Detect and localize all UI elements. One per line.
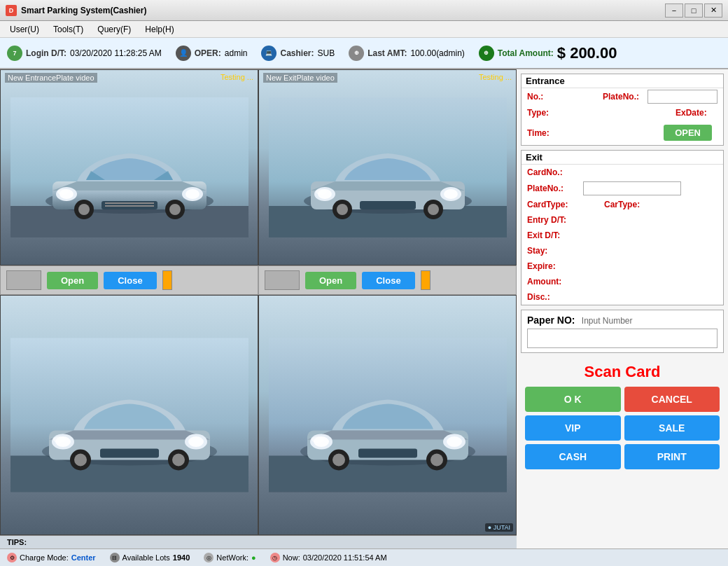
entrance-section: Entrance No.: PlateNo.: Type: ExDate: Ti…: [521, 74, 724, 146]
right-panel: Entrance No.: PlateNo.: Type: ExDate: Ti…: [517, 69, 728, 548]
svg-point-15: [57, 189, 69, 195]
exit-entrydt-row: Entry D/T:: [522, 212, 723, 228]
minimize-button[interactable]: −: [665, 4, 683, 18]
exit-exitdt-label: Exit D/T:: [527, 230, 583, 240]
entrance-time-row: Time: OPEN: [522, 120, 723, 145]
entrance-type-row: Type: ExDate:: [522, 105, 723, 120]
svg-point-56: [430, 454, 443, 467]
exit-amount-row: Amount:: [522, 274, 723, 289]
cashier-icon: 💻: [261, 46, 276, 61]
charge-mode-item: ⚙ Charge Mode: Center: [7, 553, 96, 562]
close-button-entrance[interactable]: Close: [104, 272, 156, 289]
charge-mode-icon: ⚙: [7, 553, 17, 562]
exit-plateno-row: PlateNo.:: [522, 180, 723, 197]
camera-entrance-label: New EntrancePlate video: [5, 73, 97, 83]
camera-exit-status: Testing ...: [479, 73, 512, 81]
now-icon: ◷: [270, 553, 280, 562]
svg-point-29: [316, 189, 327, 195]
exit-amount-label: Amount:: [527, 277, 583, 287]
svg-point-40: [74, 454, 87, 467]
status-bar-bottom: ⚙ Charge Mode: Center ⊟ Available Lots 1…: [0, 548, 728, 566]
camera-entrance-status: Testing ...: [220, 73, 253, 81]
cancel-button[interactable]: CANCEL: [624, 387, 720, 412]
entrance-plateno-group: PlateNo.:: [603, 90, 718, 104]
svg-point-57: [312, 436, 324, 443]
exit-stay-row: Stay:: [522, 243, 723, 258]
cash-button[interactable]: CASH: [525, 444, 621, 469]
camera-feed-bottom-right: ● JUTAI: [258, 295, 517, 535]
title-bar-controls: − □ ✕: [665, 4, 722, 18]
paper-no-content: Paper NO: Input Number: [522, 310, 723, 352]
svg-rect-10: [105, 205, 154, 207]
available-lots-item: ⊟ Available Lots 1940: [110, 553, 190, 562]
oper-status: 👤 OPER: admin: [176, 46, 248, 61]
exit-cardtype-row: CardType: CarType:: [522, 197, 723, 212]
svg-point-43: [53, 436, 66, 443]
svg-rect-38: [100, 449, 159, 458]
open-button-exit[interactable]: Open: [305, 272, 356, 289]
menu-tools[interactable]: Tools(T): [46, 23, 90, 36]
svg-point-54: [332, 454, 345, 467]
entrance-title: Entrance: [522, 74, 723, 88]
svg-rect-52: [358, 449, 417, 458]
exit-expire-row: Expire:: [522, 258, 723, 274]
ok-button[interactable]: O K: [525, 387, 621, 412]
exit-title: Exit: [522, 151, 723, 165]
open-button-entrance[interactable]: Open: [47, 272, 98, 289]
exit-stay-label: Stay:: [527, 246, 583, 256]
svg-point-23: [444, 189, 458, 199]
camera-feed-exit: New ExitPlate video Testing ...: [258, 69, 517, 265]
exit-disc-row: Disc.:: [522, 289, 723, 305]
camera-controls-row: Open Close Open Close: [0, 265, 517, 295]
exit-expire-label: Expire:: [527, 261, 583, 271]
paper-no-input[interactable]: [527, 329, 718, 348]
camera-exit-label: New ExitPlate video: [263, 73, 337, 83]
network-item: ◎ NetWork: ●: [204, 553, 255, 562]
ctrl-indicator-entrance: [162, 270, 172, 290]
svg-point-42: [172, 454, 185, 467]
vip-button[interactable]: VIP: [525, 415, 621, 441]
exit-plateno-input[interactable]: [583, 181, 681, 195]
total-icon: ⊕: [479, 46, 494, 61]
last-amt-icon: ⊕: [349, 46, 364, 61]
entrance-open-button[interactable]: OPEN: [664, 125, 712, 141]
last-amt-status: ⊕ Last AMT: 100.00(admin): [349, 46, 465, 61]
sale-button[interactable]: SALE: [624, 415, 720, 441]
title-bar-left: D Smart Parking System(Cashier): [6, 5, 146, 16]
app-icon: D: [6, 5, 17, 16]
svg-point-37: [188, 436, 204, 447]
action-buttons: O K CANCEL VIP SALE CASH PRINT: [521, 384, 724, 472]
entrance-type-label: Type:: [527, 108, 569, 118]
ctrl-indicator-exit: [421, 270, 430, 290]
exit-cardno-row: CardNo.:: [522, 165, 723, 180]
menu-help[interactable]: Help(H): [138, 23, 181, 36]
total-amount-status: ⊕ Total Amount: $ 200.00: [479, 44, 617, 62]
entrance-plateno-input[interactable]: [648, 90, 718, 104]
svg-point-26: [337, 204, 348, 215]
svg-rect-9: [105, 202, 154, 204]
svg-point-12: [78, 204, 90, 215]
exit-cartype-label: CarType:: [604, 200, 660, 209]
app-title: Smart Parking System(Cashier): [21, 6, 146, 15]
exit-plateno-label: PlateNo.:: [527, 184, 583, 193]
svg-rect-24: [360, 201, 416, 209]
print-button[interactable]: PRINT: [624, 444, 720, 469]
exit-exitdt-row: Exit D/T:: [522, 228, 723, 243]
scan-card-text: Scan Card: [521, 357, 724, 384]
clock-icon: 7: [7, 46, 22, 61]
now-item: ◷ Now: 03/20/2020 11:51:54 AM: [270, 553, 387, 562]
paper-no-hint: Input Number: [582, 316, 633, 326]
svg-point-51: [447, 436, 462, 447]
close-button-exit[interactable]: Close: [362, 272, 414, 289]
camera-top-row: New EntrancePlate video Testing ...: [0, 69, 517, 265]
entrance-no-label: No.:: [527, 92, 569, 102]
menu-query[interactable]: Query(F): [90, 23, 138, 36]
cashier-status: 💻 Cashier: SUB: [261, 46, 335, 61]
exit-section: Exit CardNo.: PlateNo.: CardType: CarTyp…: [521, 150, 724, 305]
maximize-button[interactable]: □: [685, 4, 703, 18]
entrance-plateno-label: PlateNo.:: [603, 92, 645, 102]
close-button[interactable]: ✕: [704, 4, 722, 18]
camera-bottom-row: ● JUTAI: [0, 295, 517, 535]
svg-point-28: [428, 204, 439, 215]
menu-user[interactable]: User(U): [3, 23, 46, 36]
